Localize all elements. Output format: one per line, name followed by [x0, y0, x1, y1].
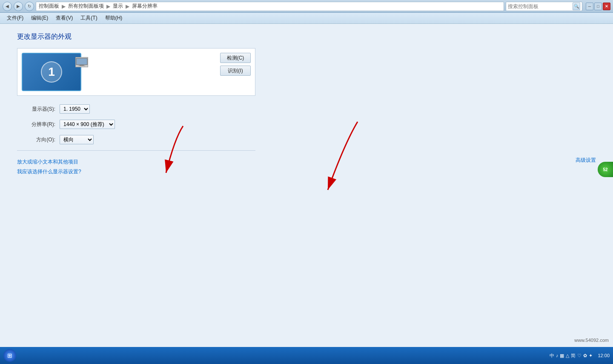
menu-edit[interactable]: 编辑(E) — [28, 14, 52, 23]
monitor-number: 1 — [41, 61, 62, 83]
svg-rect-2 — [78, 66, 85, 66]
resolution-label: 分辨率(R): — [17, 121, 55, 128]
svg-rect-1 — [80, 65, 84, 66]
monitor-thumbnail — [75, 57, 88, 67]
taskbar-icon-2[interactable]: ♪ — [556, 353, 559, 358]
content-area: 更改显示器的外观 1 检测(C) 识别(I) 显示器(S): 1. 1950 — [0, 24, 613, 347]
separator — [17, 150, 255, 151]
helper-link-1[interactable]: 放大或缩小文本和其他项目 — [17, 158, 596, 166]
panel-buttons: 检测(C) 识别(I) — [220, 53, 251, 76]
advanced-link[interactable]: 高级设置 — [576, 157, 596, 164]
resolution-row: 分辨率(R): 1440 × 900 (推荐) — [17, 120, 596, 129]
orientation-select[interactable]: 横向 — [60, 135, 94, 144]
refresh-button[interactable]: ↻ — [25, 2, 34, 11]
resolution-select[interactable]: 1440 × 900 (推荐) — [60, 120, 115, 129]
search-input[interactable] — [508, 3, 573, 9]
watermark: www.54092.com — [574, 338, 609, 343]
taskbar-icon-8[interactable]: ✦ — [589, 353, 593, 358]
menu-bar: 文件(F) 编辑(E) 查看(V) 工具(T) 帮助(H) — [0, 13, 613, 24]
navigation-bar: ◀ ▶ ↻ 控制面板 ▶ 所有控制面板项 ▶ 显示 ▶ 屏幕分辨率 🔍 — [3, 2, 582, 11]
search-bar: 🔍 — [506, 2, 582, 11]
menu-file[interactable]: 文件(F) — [3, 14, 27, 23]
breadcrumb: 控制面板 ▶ 所有控制面板项 ▶ 显示 ▶ 屏幕分辨率 — [36, 2, 504, 11]
back-button[interactable]: ◀ — [3, 2, 12, 11]
taskbar-icon-3[interactable]: ▦ — [560, 353, 564, 358]
orientation-label: 方向(O): — [17, 136, 55, 143]
monitor-preview: 1 — [22, 53, 81, 91]
taskbar-left: ⊞ — [3, 349, 16, 362]
settings-form: 显示器(S): 1. 1950 分辨率(R): 1440 × 900 (推荐) … — [17, 104, 596, 144]
page-title: 更改显示器的外观 — [17, 32, 596, 41]
title-bar: ◀ ▶ ↻ 控制面板 ▶ 所有控制面板项 ▶ 显示 ▶ 屏幕分辨率 🔍 ─ □ … — [0, 0, 613, 13]
breadcrumb-item-1[interactable]: 控制面板 — [39, 3, 59, 10]
display-panel: 1 检测(C) 识别(I) — [17, 48, 255, 96]
breadcrumb-item-4: 屏幕分辨率 — [132, 3, 158, 10]
taskbar-icon-7[interactable]: ✿ — [583, 353, 587, 358]
breadcrumb-item-3[interactable]: 显示 — [113, 3, 123, 10]
taskbar-icon-5[interactable]: 简 — [571, 353, 576, 359]
search-button[interactable]: 🔍 — [573, 3, 580, 10]
close-button[interactable]: ✕ — [603, 3, 610, 10]
menu-view[interactable]: 查看(V) — [52, 14, 76, 23]
green-badge: 52 — [598, 162, 613, 177]
svg-rect-0 — [76, 58, 87, 65]
helper-links: 放大或缩小文本和其他项目 我应该选择什么显示器设置? — [17, 158, 596, 175]
breadcrumb-item-2[interactable]: 所有控制面板项 — [68, 3, 104, 10]
orientation-row: 方向(O): 横向 — [17, 135, 596, 144]
display-row: 显示器(S): 1. 1950 — [17, 104, 596, 114]
minimize-button[interactable]: ─ — [586, 3, 593, 10]
display-select[interactable]: 1. 1950 — [60, 104, 90, 114]
taskbar-icon-4[interactable]: △ — [566, 353, 569, 358]
taskbar-time: 12:00 — [598, 353, 610, 358]
window-controls: ─ □ ✕ — [586, 3, 610, 10]
taskbar-icon-6[interactable]: ♡ — [577, 353, 581, 358]
taskbar: ⊞ 中 ♪ ▦ △ 简 ♡ ✿ ✦ 12:00 — [0, 347, 613, 364]
helper-link-2[interactable]: 我应该选择什么显示器设置? — [17, 168, 596, 175]
forward-button[interactable]: ▶ — [14, 2, 23, 11]
maximize-button[interactable]: □ — [594, 3, 602, 10]
taskbar-icon-1[interactable]: 中 — [550, 353, 554, 359]
display-label: 显示器(S): — [17, 106, 55, 113]
identify-button[interactable]: 识别(I) — [220, 66, 251, 76]
menu-tools[interactable]: 工具(T) — [77, 14, 100, 23]
taskbar-right: 中 ♪ ▦ △ 简 ♡ ✿ ✦ 12:00 — [550, 353, 610, 359]
detect-button[interactable]: 检测(C) — [220, 53, 251, 63]
start-button[interactable]: ⊞ — [3, 349, 16, 362]
menu-help[interactable]: 帮助(H) — [102, 14, 126, 23]
